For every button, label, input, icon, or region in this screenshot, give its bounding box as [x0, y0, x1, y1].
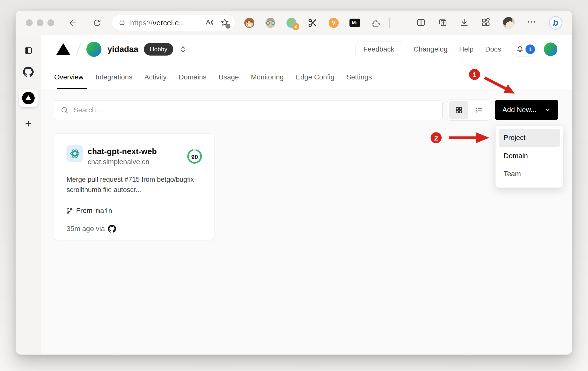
vercel-main: Add New... Project Domain Team [41, 89, 572, 354]
openai-logo-icon [69, 148, 81, 159]
add-new-dropdown: Project Domain Team [495, 125, 563, 188]
new-tab-button[interactable]: + [25, 118, 32, 129]
tab-usage[interactable]: Usage [212, 73, 245, 89]
toolbar-divider [389, 18, 390, 28]
address-bar[interactable]: https://vercel.c... [112, 15, 235, 31]
bing-chat-icon[interactable]: b [549, 16, 562, 30]
git-branch-icon [66, 207, 73, 214]
project-icon [67, 145, 83, 162]
add-new-button[interactable]: Add New... [495, 100, 558, 120]
sidebar-divider [20, 112, 36, 112]
feedback-button[interactable]: Feedback [356, 41, 402, 57]
team-name[interactable]: yidadaa [107, 44, 138, 54]
project-search[interactable] [54, 100, 443, 120]
url-host: vercel.c... [153, 19, 185, 27]
project-card[interactable]: chat-gpt-next-web chat.simplenaive.cn 90… [54, 133, 214, 240]
grid-view-icon [455, 106, 462, 114]
tab-monitoring[interactable]: Monitoring [245, 73, 290, 89]
read-aloud-icon[interactable] [205, 19, 214, 27]
score-value: 90 [191, 154, 198, 160]
github-tab-icon[interactable] [23, 67, 34, 77]
tab-domains[interactable]: Domains [173, 73, 212, 89]
vercel-header: yidadaa Hobby Feedback Changelog Help Do… [41, 35, 572, 64]
extensions-row: 2 V M↓ [244, 18, 381, 28]
vercel-logo[interactable] [56, 43, 71, 55]
browser-toolbar: https://vercel.c... [16, 11, 572, 35]
user-avatar[interactable] [544, 42, 557, 56]
url-text: https://vercel.c... [130, 19, 185, 27]
extensions-puzzle-icon[interactable] [371, 18, 381, 28]
downloads-icon[interactable] [459, 18, 469, 28]
speed-score-gauge[interactable]: 90 [187, 148, 203, 164]
search-icon [61, 106, 69, 114]
list-view-button[interactable] [469, 101, 489, 119]
deployment-time: 35m ago via [67, 225, 105, 233]
collections-icon[interactable] [438, 18, 447, 28]
branch-row: From main [66, 207, 112, 215]
deployment-meta: 35m ago via [67, 225, 116, 233]
vercel-tab-active[interactable] [19, 89, 38, 107]
scissors-extension-icon[interactable] [307, 18, 318, 28]
changelog-link[interactable]: Changelog [414, 45, 447, 53]
split-screen-icon[interactable] [416, 18, 426, 28]
breadcrumb-slash [76, 42, 81, 56]
minimize-window-button[interactable] [37, 19, 43, 26]
tab-overview[interactable]: Overview [54, 73, 90, 89]
project-domain[interactable]: chat.simplenaive.cn [88, 158, 149, 166]
zoom-window-button[interactable] [47, 19, 54, 26]
browser-profile-avatar[interactable] [503, 17, 515, 29]
commit-message[interactable]: Merge pull request #715 from betgo/bugfi… [67, 174, 212, 195]
view-toggle [447, 100, 490, 121]
dropdown-item-project[interactable]: Project [499, 129, 560, 147]
help-link[interactable]: Help [459, 45, 474, 53]
apps-launcher-icon[interactable] [481, 18, 491, 28]
tab-activity[interactable]: Activity [138, 73, 173, 89]
reload-icon[interactable] [93, 19, 101, 27]
url-scheme: https:// [130, 19, 153, 27]
scope-switcher-icon[interactable] [179, 45, 187, 54]
vercel-favicon [22, 92, 35, 104]
window-controls [26, 19, 54, 26]
v-extension-icon[interactable]: V [328, 18, 339, 28]
vercel-page: yidadaa Hobby Feedback Changelog Help Do… [41, 35, 572, 354]
extension-count-badge: 2 [292, 23, 299, 30]
tab-integrations[interactable]: Integrations [90, 73, 138, 89]
github-icon [108, 225, 116, 233]
add-favorite-icon[interactable] [220, 18, 229, 28]
more-menu-icon[interactable]: ⋯ [527, 17, 537, 29]
lock-icon [119, 19, 126, 27]
avatar-extension-icon[interactable] [265, 18, 276, 28]
browser-actions: ⋯ b [416, 16, 562, 30]
tab-manager-extension-icon[interactable]: 2 [286, 18, 297, 28]
team-avatar[interactable] [86, 42, 101, 57]
project-name[interactable]: chat-gpt-next-web [88, 147, 157, 156]
notification-count-badge: 1 [525, 44, 535, 54]
chevron-down-icon [544, 107, 551, 113]
branch-name[interactable]: main [96, 207, 112, 215]
add-new-label: Add New... [502, 106, 536, 114]
list-view-icon [475, 106, 483, 114]
markdown-download-extension-icon[interactable]: M↓ [349, 18, 360, 28]
bell-icon [516, 45, 524, 53]
grid-view-button[interactable] [449, 101, 468, 119]
notifications-button[interactable]: 1 [512, 42, 537, 57]
tampermonkey-extension-icon[interactable] [244, 18, 255, 28]
dropdown-item-team[interactable]: Team [499, 165, 560, 183]
close-window-button[interactable] [26, 19, 33, 26]
browser-window: https://vercel.c... [16, 11, 572, 355]
docs-link[interactable]: Docs [485, 45, 501, 53]
search-input[interactable] [74, 106, 436, 114]
browser-sidebar: + [16, 35, 41, 354]
tab-edge-config[interactable]: Edge Config [290, 73, 340, 89]
back-icon[interactable] [68, 18, 77, 27]
plan-badge: Hobby [144, 43, 173, 56]
vercel-tab-bar: Overview Integrations Activity Domains U… [41, 64, 572, 89]
tab-settings[interactable]: Settings [340, 73, 378, 89]
plus-overlay-icon [225, 24, 230, 29]
branch-label: From [76, 207, 92, 215]
sidebar-toggle-icon[interactable] [24, 46, 33, 55]
dropdown-item-domain[interactable]: Domain [499, 147, 560, 165]
